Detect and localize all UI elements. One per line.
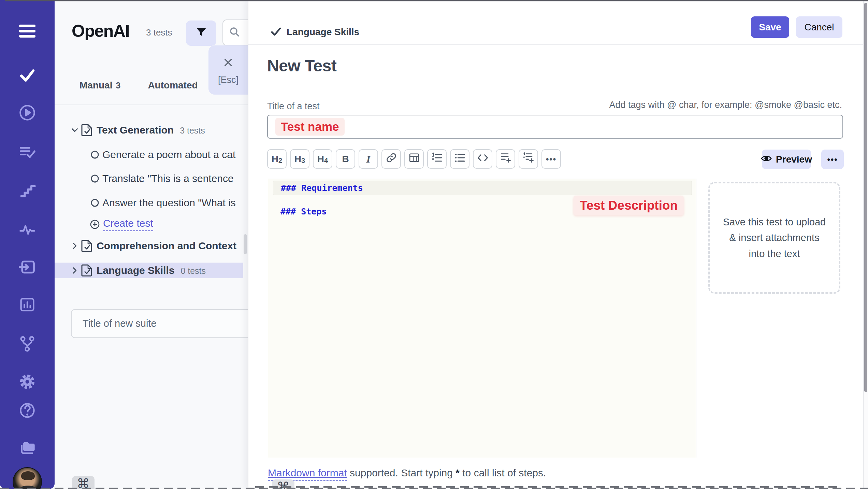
toolbar-link-button[interactable]	[381, 149, 401, 169]
panel-scrollbar[interactable]	[244, 234, 247, 254]
editor-line: ### Requirements	[281, 183, 363, 193]
tab-automated[interactable]: Automated	[148, 76, 198, 95]
test-label[interactable]: Generate a poem about a cat	[102, 149, 235, 160]
test-row[interactable]: Generate a poem about a cat	[55, 147, 248, 163]
bullet-list-add-icon	[500, 152, 511, 166]
sidebar-item-sign-in[interactable]	[0, 258, 55, 276]
bullet-list-icon	[454, 152, 466, 166]
suite-row[interactable]: Comprehension and Context	[55, 238, 248, 254]
sidebar-item-gear[interactable]	[0, 373, 55, 391]
toolbar-label: H	[272, 154, 278, 165]
sidebar-item-pulse[interactable]	[0, 221, 55, 238]
test-title-input[interactable]: Test name	[267, 115, 843, 139]
suite-label[interactable]: Comprehension and Context	[97, 240, 236, 252]
filter-icon	[196, 27, 207, 40]
page-scrollbar-thumb[interactable]	[864, 3, 867, 392]
suite-row[interactable]: Text Generation3 tests	[55, 122, 248, 138]
sidebar-item-bar-chart[interactable]	[0, 296, 55, 313]
close-filter-popup[interactable]: [Esc]	[208, 45, 248, 95]
pulse-icon	[18, 221, 36, 238]
close-icon[interactable]	[222, 56, 234, 70]
toolbar-bullet-list-button[interactable]	[450, 149, 469, 169]
sidebar-item-help[interactable]	[0, 402, 55, 419]
toolbar-label: H	[294, 154, 301, 165]
preview-label: Preview	[776, 154, 812, 165]
toolbar-h4-button[interactable]: H4	[313, 149, 332, 169]
cancel-button[interactable]: Cancel	[796, 16, 842, 38]
sign-in-icon	[18, 258, 36, 276]
play-circle-icon	[18, 104, 36, 122]
save-button[interactable]: Save	[751, 16, 789, 38]
suite-label[interactable]: Text Generation	[97, 124, 174, 136]
toolbar-more-button[interactable]: •••	[541, 149, 561, 169]
create-test-link[interactable]: Create test	[103, 218, 153, 231]
search-icon	[229, 26, 241, 40]
ordered-list-add-icon	[523, 152, 534, 166]
filter-button[interactable]	[186, 20, 216, 46]
test-row[interactable]: Answer the question "What is	[55, 195, 248, 211]
toolbar-h3-button[interactable]: H3	[290, 149, 309, 169]
toolbar-label-sub: 3	[301, 157, 305, 165]
header-divider	[248, 44, 864, 45]
suite-count: 0 tests	[180, 266, 206, 276]
sidebar-item-menu[interactable]	[0, 24, 55, 38]
project-title: OpenAI	[72, 21, 129, 41]
sidebar-item-playlist-check[interactable]	[0, 143, 55, 161]
editor-more-button[interactable]: •••	[821, 150, 844, 169]
preview-button[interactable]: Preview	[762, 150, 811, 169]
sidebar-item-folders[interactable]	[0, 439, 55, 457]
window-top-edge	[5, 0, 868, 1]
breadcrumb: Language Skills	[287, 27, 359, 38]
toolbar-code-button[interactable]	[473, 149, 492, 169]
toolbar-h2-button[interactable]: H2	[267, 149, 287, 169]
check-icon	[18, 66, 36, 84]
suite-row[interactable]: Language Skills0 tests	[55, 263, 243, 278]
markdown-format-link[interactable]: Markdown format	[268, 467, 347, 481]
toolbar-bullet-list-add-button[interactable]	[496, 149, 515, 169]
sidebar-item-check[interactable]	[0, 66, 55, 84]
description-editor[interactable]: ### Requirements ### Steps Test Descript…	[268, 179, 696, 458]
attachments-hint: Save this test to upload & insert attach…	[710, 214, 839, 262]
tab-label: Manual	[79, 80, 112, 91]
toolbar-label: I	[366, 153, 371, 165]
stairs-icon	[18, 181, 36, 199]
link-icon	[386, 152, 397, 166]
gear-icon	[18, 373, 36, 391]
test-status-icon	[90, 198, 99, 207]
esc-key-hint: [Esc]	[218, 75, 238, 85]
app-screen: OpenAI 3 tests Manual3Automated Text Gen…	[0, 0, 868, 489]
test-label[interactable]: Answer the question "What is	[102, 197, 236, 209]
table-icon	[408, 152, 420, 166]
tab-manual[interactable]: Manual3	[79, 76, 120, 95]
sidebar-item-git-fork[interactable]	[0, 335, 55, 352]
command-icon: ⌘	[77, 476, 90, 489]
search-input[interactable]	[222, 19, 248, 46]
chevron-right-icon[interactable]	[70, 241, 80, 251]
chevron-right-icon[interactable]	[70, 265, 80, 276]
suite-label[interactable]: Language Skills	[97, 265, 174, 276]
ellipsis-icon: •••	[827, 155, 838, 164]
page-scrollbar[interactable]	[863, 0, 868, 489]
create-test-row[interactable]: Create test	[55, 216, 248, 232]
project-test-count: 3 tests	[146, 27, 172, 38]
toolbar-label: B	[342, 154, 349, 165]
toolbar-table-button[interactable]	[404, 149, 424, 169]
code-icon	[477, 152, 489, 166]
test-status-icon	[90, 150, 99, 159]
test-row[interactable]: Translate "This is a sentence	[55, 171, 248, 186]
sidebar-item-stairs[interactable]	[0, 181, 55, 199]
toolbar-label-sub: 4	[324, 157, 328, 165]
playlist-check-icon	[18, 143, 36, 161]
toolbar-bold-button[interactable]: B	[336, 149, 355, 169]
sidebar-item-play-circle[interactable]	[0, 104, 55, 122]
menu-icon	[18, 24, 37, 38]
tab-count: 3	[116, 81, 120, 90]
toolbar-ordered-list-add-button[interactable]	[519, 149, 538, 169]
toolbar-italic-button[interactable]: I	[359, 149, 378, 169]
toolbar-ordered-list-button[interactable]	[427, 149, 447, 169]
bar-chart-icon	[18, 296, 36, 313]
new-suite-input[interactable]	[71, 309, 248, 338]
suite-file-icon	[81, 264, 93, 277]
test-label[interactable]: Translate "This is a sentence	[102, 173, 234, 184]
chevron-down-icon[interactable]	[70, 125, 80, 135]
